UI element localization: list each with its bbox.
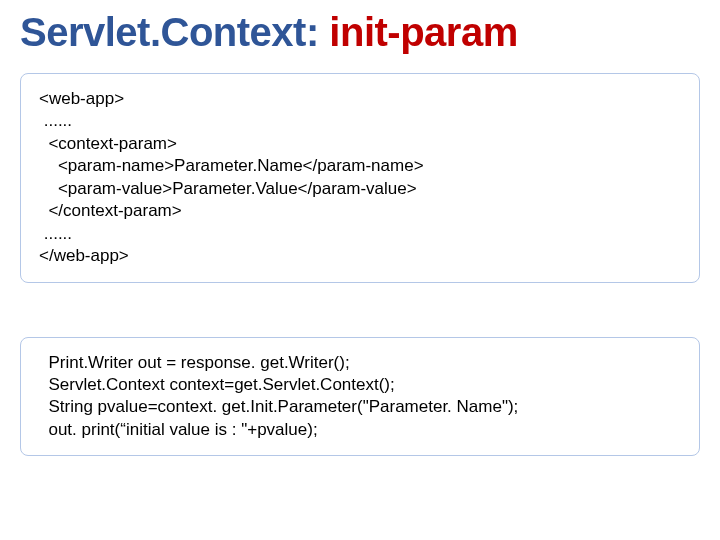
title-part-context: Servlet.Context: bbox=[20, 10, 329, 54]
slide-container: Servlet.Context: init-param <web-app> ..… bbox=[0, 0, 720, 540]
title-part-initparam: init-param bbox=[329, 10, 517, 54]
slide-title: Servlet.Context: init-param bbox=[20, 10, 700, 55]
code-box-java: Print.Writer out = response. get.Writer(… bbox=[20, 337, 700, 457]
spacer bbox=[20, 283, 700, 337]
code-box-webxml: <web-app> ...... <context-param> <param-… bbox=[20, 73, 700, 283]
